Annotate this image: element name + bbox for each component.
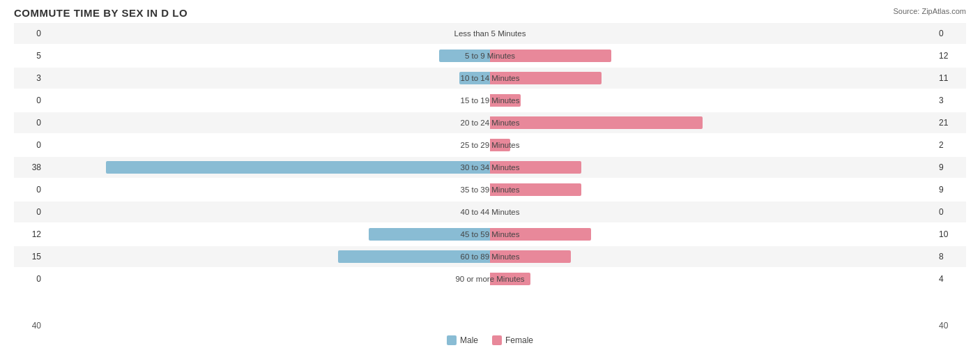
- legend-female-box: [492, 335, 502, 345]
- female-value: 10: [935, 229, 966, 239]
- chart-row: 090 or more Minutes4: [14, 268, 966, 289]
- female-value: 2: [935, 140, 966, 150]
- male-bar: [338, 250, 490, 263]
- chart-row: 1560 to 89 Minutes8: [14, 246, 966, 267]
- male-value: 38: [14, 162, 45, 172]
- female-value: 9: [935, 162, 966, 172]
- chart-row: 035 to 39 Minutes9: [14, 179, 966, 200]
- axis-row: 40 40: [14, 319, 966, 333]
- female-bar: [490, 250, 571, 263]
- female-value: 3: [935, 96, 966, 105]
- male-bar: [106, 161, 490, 174]
- legend-female: Female: [492, 335, 533, 345]
- male-value: 12: [14, 229, 45, 239]
- chart-row: 1245 to 59 Minutes10: [14, 224, 966, 245]
- bars-section: Less than 5 Minutes: [45, 23, 935, 44]
- bars-section: 15 to 19 Minutes: [45, 90, 935, 111]
- legend: Male Female: [14, 335, 966, 345]
- chart-area: 0Less than 5 Minutes055 to 9 Minutes1231…: [14, 23, 966, 316]
- female-value: 12: [935, 51, 966, 61]
- bars-section: 20 to 24 Minutes: [45, 112, 935, 133]
- axis-left-label: 40: [14, 321, 45, 331]
- male-bar: [439, 50, 490, 62]
- female-value: 11: [935, 73, 966, 83]
- female-bar: [490, 161, 581, 174]
- legend-male-box: [447, 335, 457, 345]
- male-value: 0: [14, 118, 45, 128]
- legend-male-label: Male: [460, 335, 478, 345]
- male-value: 5: [14, 51, 45, 61]
- female-value: 9: [935, 185, 966, 195]
- female-value: 21: [935, 118, 966, 128]
- chart-row: 0Less than 5 Minutes0: [14, 23, 966, 44]
- chart-row: 020 to 24 Minutes21: [14, 112, 966, 133]
- chart-row: 55 to 9 Minutes12: [14, 45, 966, 66]
- legend-female-label: Female: [505, 335, 533, 345]
- male-value: 3: [14, 73, 45, 83]
- bars-section: 35 to 39 Minutes: [45, 179, 935, 200]
- source-label: Source: ZipAtlas.com: [893, 7, 966, 15]
- bars-section: 5 to 9 Minutes: [45, 45, 935, 66]
- chart-title: COMMUTE TIME BY SEX IN D LO: [14, 7, 966, 19]
- bars-section: 25 to 29 Minutes: [45, 135, 935, 156]
- female-value: 4: [935, 274, 966, 284]
- female-bar: [490, 72, 602, 84]
- male-value: 0: [14, 185, 45, 195]
- female-bar: [490, 183, 581, 196]
- male-value: 0: [14, 29, 45, 38]
- axis-right-label: 40: [935, 321, 966, 331]
- chart-row: 025 to 29 Minutes2: [14, 135, 966, 156]
- female-bar: [490, 139, 510, 151]
- male-value: 0: [14, 140, 45, 150]
- male-bar: [369, 228, 490, 241]
- female-value: 0: [935, 207, 966, 217]
- female-bar: [490, 116, 703, 129]
- legend-male: Male: [447, 335, 478, 345]
- row-label: Less than 5 Minutes: [454, 29, 526, 38]
- female-bar: [490, 228, 591, 241]
- chart-row: 310 to 14 Minutes11: [14, 68, 966, 89]
- male-value: 15: [14, 252, 45, 261]
- female-bar: [490, 50, 611, 62]
- female-bar: [490, 273, 530, 285]
- male-value: 0: [14, 274, 45, 284]
- male-bar: [459, 72, 490, 84]
- bars-section: 40 to 44 Minutes: [45, 202, 935, 222]
- female-value: 8: [935, 252, 966, 261]
- bars-section: 90 or more Minutes: [45, 268, 935, 289]
- chart-container: COMMUTE TIME BY SEX IN D LO Source: ZipA…: [0, 0, 980, 364]
- chart-row: 040 to 44 Minutes0: [14, 202, 966, 222]
- bars-section: 60 to 89 Minutes: [45, 246, 935, 267]
- female-bar: [490, 94, 521, 107]
- chart-row: 3830 to 34 Minutes9: [14, 157, 966, 178]
- bars-section: 45 to 59 Minutes: [45, 224, 935, 245]
- bars-section: 30 to 34 Minutes: [45, 157, 935, 178]
- male-value: 0: [14, 96, 45, 105]
- female-value: 0: [935, 29, 966, 38]
- chart-row: 015 to 19 Minutes3: [14, 90, 966, 111]
- bars-section: 10 to 14 Minutes: [45, 68, 935, 89]
- male-value: 0: [14, 207, 45, 217]
- row-label: 40 to 44 Minutes: [460, 208, 519, 216]
